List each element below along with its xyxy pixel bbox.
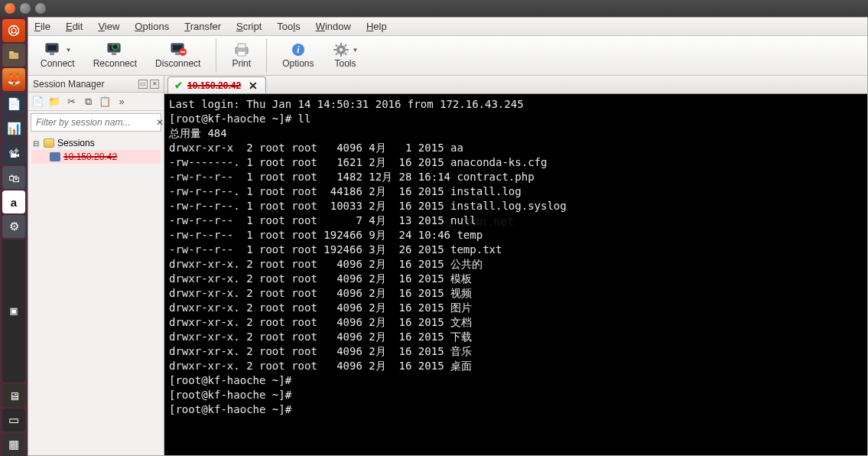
tab-bar: ✔ 10.150.20.42 ✕ (164, 76, 867, 94)
svg-rect-30 (335, 44, 338, 47)
svg-rect-5 (9, 53, 18, 59)
toolbar-print-label: Print (232, 58, 251, 69)
svg-rect-29 (346, 49, 349, 50)
svg-rect-8 (47, 45, 57, 50)
menu-options[interactable]: Options (135, 21, 169, 32)
window-close-icon[interactable] (5, 3, 15, 14)
svg-rect-21 (238, 51, 245, 56)
host-icon (50, 152, 60, 161)
expander-icon[interactable]: ⊟ (31, 139, 41, 148)
svg-point-25 (339, 48, 343, 52)
toolbar-tools-label: Tools (334, 58, 356, 69)
svg-line-4 (11, 32, 12, 34)
session-manager-header: Session Manager ▭ ✕ (28, 76, 164, 93)
tree-session-item[interactable]: 10.150.20.42 (31, 150, 161, 164)
window-minimize-icon[interactable] (20, 3, 31, 14)
menu-script[interactable]: Script (236, 21, 262, 32)
menu-tools[interactable]: Tools (277, 21, 300, 32)
clear-filter-icon[interactable]: ✕ (156, 117, 164, 128)
svg-rect-6 (9, 51, 14, 54)
toolbar-separator (266, 39, 267, 73)
session-tab[interactable]: ✔ 10.150.20.42 ✕ (167, 77, 266, 93)
launcher-calc-icon[interactable]: 📊 (2, 117, 25, 140)
toolbar-print-button[interactable]: Print (227, 41, 255, 70)
launcher-workspace-icon[interactable]: ▦ (2, 433, 25, 456)
unity-launcher: 🦊 📄 📊 📽 🛍 a ⚙ ▣ 🖥 ▭ ▦ (0, 17, 28, 456)
dropdown-arrow-icon: ▼ (65, 47, 71, 54)
paste-icon[interactable]: 📋 (99, 96, 111, 108)
svg-point-1 (11, 28, 16, 33)
svg-line-3 (15, 32, 17, 34)
menu-view[interactable]: View (98, 21, 119, 32)
menu-window[interactable]: Window (316, 21, 351, 32)
toolbar-tools-button[interactable]: ▼ Tools (328, 41, 363, 70)
connected-check-icon: ✔ (174, 80, 183, 91)
session-manager-toolbar: 📄 📁 ✂ ⧉ 📋 » (28, 93, 164, 111)
session-tree: ⊟ Sessions 10.150.20.42 (28, 134, 164, 166)
launcher-impress-icon[interactable]: 📽 (2, 142, 25, 164)
panel-close-icon[interactable]: ✕ (150, 80, 159, 89)
monitor-reconnect-icon (106, 42, 124, 57)
menu-edit[interactable]: Edit (66, 21, 83, 32)
toolbar-reconnect-label: Reconnect (93, 58, 137, 69)
toolbar-disconnect-button[interactable]: Disconnect (151, 41, 205, 70)
tree-session-label: 10.150.20.42 (63, 151, 117, 162)
svg-rect-16 (175, 53, 180, 55)
terminal-area: ✔ 10.150.20.42 ✕ Last login: Thu Jan 14 … (164, 76, 867, 455)
monitor-icon (44, 42, 62, 57)
info-icon: i (290, 42, 307, 57)
launcher-software-icon[interactable]: 🛍 (2, 166, 25, 189)
launcher-files-icon[interactable] (2, 44, 25, 67)
svg-rect-32 (344, 44, 347, 47)
menu-file[interactable]: File (34, 21, 50, 32)
gear-icon (333, 42, 349, 57)
launcher-writer-icon[interactable]: 📄 (2, 93, 25, 116)
tree-root-label: Sessions (57, 138, 95, 148)
terminal-output[interactable]: Last login: Thu Jan 14 14:50:31 2016 fro… (164, 94, 867, 455)
main-content: Session Manager ▭ ✕ 📄 📁 ✂ ⧉ 📋 » ✕ (28, 76, 867, 455)
new-session-icon[interactable]: 📄 (31, 96, 44, 108)
launcher-app-icon[interactable]: 🖥 (2, 384, 25, 407)
launcher-terminal-icon[interactable]: ▣ (2, 239, 25, 383)
svg-rect-28 (333, 49, 336, 50)
copy-icon[interactable]: ⧉ (82, 96, 94, 108)
launcher-settings-icon[interactable]: ⚙ (2, 215, 25, 238)
svg-rect-33 (335, 53, 338, 56)
menu-transfer[interactable]: Transfer (184, 21, 221, 32)
svg-rect-31 (344, 53, 347, 56)
panel-popout-icon[interactable]: ▭ (138, 80, 148, 89)
session-manager-title: Session Manager (33, 79, 104, 90)
toolbar-disconnect-label: Disconnect (155, 58, 200, 69)
more-icon[interactable]: » (115, 96, 128, 108)
toolbar-separator (216, 39, 216, 73)
toolbar: ▼ Connect Reconnect Disconnect Print i O… (28, 36, 867, 76)
session-filter-row: ✕ (31, 113, 161, 132)
printer-icon (232, 42, 251, 57)
dropdown-arrow-icon: ▼ (353, 47, 359, 54)
svg-rect-9 (50, 53, 54, 55)
session-filter-input[interactable] (31, 116, 156, 129)
launcher-amazon-icon[interactable]: a (2, 191, 25, 213)
tab-label: 10.150.20.42 (187, 80, 241, 91)
cut-icon[interactable]: ✂ (65, 96, 77, 108)
toolbar-options-label: Options (282, 58, 314, 69)
svg-rect-27 (340, 54, 342, 57)
tree-root-sessions[interactable]: ⊟ Sessions (31, 136, 161, 150)
window-titlebar (0, 0, 868, 17)
menu-help[interactable]: Help (366, 21, 387, 32)
launcher-firefox-icon[interactable]: 🦊 (2, 68, 25, 91)
toolbar-connect-button[interactable]: ▼ Connect (36, 41, 80, 70)
session-manager-panel: Session Manager ▭ ✕ 📄 📁 ✂ ⧉ 📋 » ✕ (28, 76, 164, 455)
toolbar-reconnect-button[interactable]: Reconnect (89, 41, 141, 70)
tab-close-icon[interactable]: ✕ (249, 80, 258, 92)
svg-rect-26 (340, 43, 342, 46)
launcher-app2-icon[interactable]: ▭ (2, 409, 25, 432)
new-folder-icon[interactable]: 📁 (48, 96, 60, 108)
svg-rect-20 (238, 44, 245, 48)
monitor-disconnect-icon (169, 42, 187, 57)
menu-bar: File Edit View Options Transfer Script T… (28, 18, 867, 36)
launcher-dash-icon[interactable] (2, 19, 25, 42)
app-window: File Edit View Options Transfer Script T… (28, 17, 868, 456)
window-maximize-icon[interactable] (35, 3, 46, 14)
toolbar-options-button[interactable]: i Options (278, 41, 318, 70)
